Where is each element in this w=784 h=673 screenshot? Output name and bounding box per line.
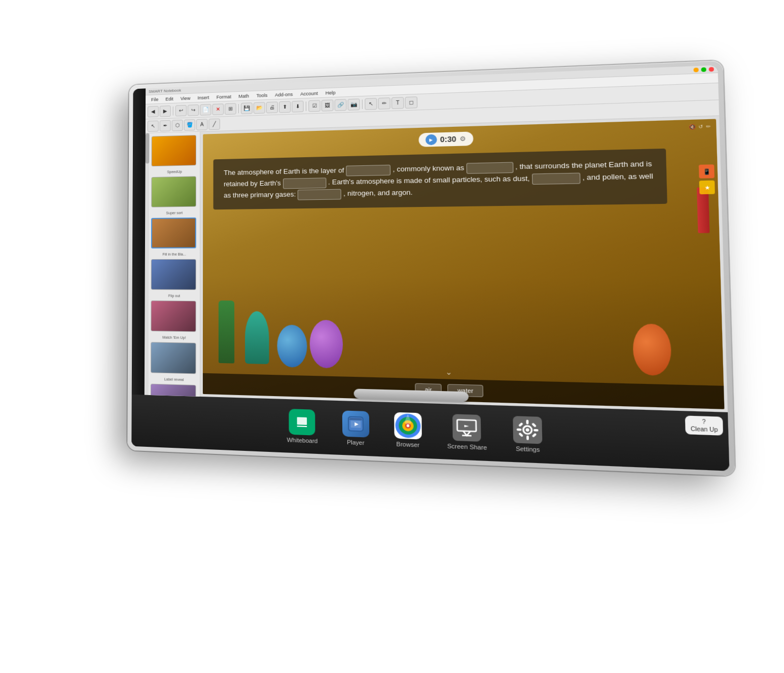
monitor-shell: SMART SMART Notebook File Edit [127,60,735,476]
notebook-app[interactable]: SMART Notebook File Edit View Insert For… [145,65,728,412]
image-button[interactable]: 🖼 [322,99,334,111]
scene: SMART SMART Notebook File Edit [88,58,696,616]
flask-blue [277,325,307,368]
checkbox-button[interactable]: ☑ [308,99,320,111]
link-button[interactable]: 🔗 [335,98,347,110]
blank-2[interactable] [466,161,513,173]
slide-thumbnail-fillinblank[interactable] [151,217,196,248]
refresh-icon[interactable]: ↺ [698,124,703,129]
slide-thumbnail-flipout[interactable] [151,259,196,290]
content-area: SpeedUp Super sort Fill in the Bla... Fl… [145,116,728,412]
maximize-button[interactable] [701,67,706,72]
settings-icon [513,416,542,444]
main-slide-view[interactable]: ▶ 0:30 ⚙ 🔇 ↺ ✏ [200,116,728,412]
timer-gear-icon[interactable]: ⚙ [459,135,466,143]
text2-button[interactable]: A [196,118,207,130]
mobile-icon[interactable]: 📱 [699,164,715,178]
delete-button[interactable]: ✕ [212,103,224,115]
menu-insert[interactable]: Insert [196,94,210,100]
close-button[interactable] [709,66,714,71]
browser-icon [394,412,422,439]
save-button[interactable]: 💾 [241,102,253,114]
slide-panel[interactable]: SpeedUp Super sort Fill in the Bla... Fl… [149,131,200,396]
menu-view[interactable]: View [179,95,192,101]
toolbar-separator-4 [362,99,363,109]
cleanup-button[interactable]: ? Clean Up [685,415,723,435]
screenshare-label: Screen Share [447,442,487,450]
star-icon[interactable]: ★ [699,180,715,194]
fill-button[interactable]: 🪣 [184,119,195,130]
menu-math[interactable]: Math [237,92,251,99]
text-line-2: , commonly known as [393,163,466,173]
undo-button[interactable]: ↩ [175,104,187,116]
menu-format[interactable]: Format [215,93,233,99]
shape-button[interactable]: ⬡ [172,119,183,131]
pen-icon[interactable]: ✏ [706,123,711,129]
grid-button[interactable]: ⊞ [225,102,236,114]
slide-label-flipout: Flip out [151,294,198,298]
back-button[interactable]: ◀ [148,105,159,117]
slide-thumbnail-supersort[interactable] [151,176,196,207]
blank-1[interactable] [346,164,391,176]
export-button[interactable]: ⬇ [292,100,303,112]
player-label: Player [347,439,365,446]
taskbar-settings[interactable]: Settings [506,411,550,457]
taskbar-whiteboard[interactable]: Whiteboard [280,404,325,449]
slide-label-labelreveal: Label reveal [151,377,198,382]
blank-4[interactable] [532,172,581,184]
slide-thumbnail-labelreveal[interactable] [151,342,196,374]
text-button[interactable]: T [391,96,404,109]
toolbar-separator-3 [306,101,306,110]
select-button[interactable]: ↖ [148,120,159,131]
svg-rect-1 [297,417,307,424]
slide-action-icons: 📱 ★ [699,164,715,194]
taskbar-player[interactable]: Player [335,406,376,451]
camera-button[interactable]: 📷 [347,98,360,110]
cursor-button[interactable]: ↖ [365,97,377,110]
new-button[interactable]: 📄 [200,103,211,115]
menu-help[interactable]: Help [324,89,337,95]
open-button[interactable]: 📂 [254,101,265,113]
lesson-slide[interactable]: ▶ 0:30 ⚙ 🔇 ↺ ✏ [203,119,725,409]
eraser-button[interactable]: ◻ [405,96,417,108]
taskbar-screenshare[interactable]: Screen Share [440,409,494,455]
redo-button[interactable]: ↪ [188,104,199,116]
print-button[interactable]: 🖨 [266,101,278,113]
pen-button[interactable]: ✏ [378,97,390,109]
bottle-left [219,300,234,363]
menu-file[interactable]: File [150,96,160,102]
settings-label: Settings [516,445,540,452]
mute-icon[interactable]: 🔇 [689,124,696,130]
slide-thumbnail-speedup[interactable] [151,135,196,166]
menu-addons[interactable]: Add-ons [273,91,295,98]
blank-3[interactable] [283,177,327,188]
scrollbar-thumb[interactable] [146,133,150,163]
line-button[interactable]: ╱ [208,118,220,130]
blank-5[interactable] [298,189,341,200]
minimize-button[interactable] [693,67,698,72]
forward-button[interactable]: ▶ [160,105,171,117]
flask-teal [245,311,269,364]
nav-arrow-down[interactable]: ⌄ [445,367,452,376]
text-line-4: . Earth's atmosphere is made of small pa… [328,174,532,186]
slide-label-speedup: SpeedUp [151,169,198,174]
svg-line-2 [297,426,307,427]
slide-volume-controls: 🔇 ↺ ✏ [689,123,711,129]
screenshare-icon [452,414,481,442]
import-button[interactable]: ⬆ [279,100,291,112]
taskbar-browser[interactable]: Browser [387,407,429,453]
svg-line-13 [462,435,472,436]
player-icon [342,410,369,437]
slide-thumbnail-matchem[interactable] [151,300,196,332]
menu-tools[interactable]: Tools [255,92,269,98]
timer-play-button[interactable]: ▶ [425,134,437,145]
timer-bar[interactable]: ▶ 0:30 ⚙ [418,131,473,147]
menu-edit[interactable]: Edit [164,95,175,102]
slide-label-matchem: Match 'Em Up! [151,335,197,340]
toolbar-separator-2 [238,103,239,113]
slide-thumbnail-rankorder[interactable] [151,383,196,396]
toolbar-separator-1 [173,106,173,115]
draw-button[interactable]: ✒ [160,120,171,131]
menu-account[interactable]: Account [299,90,319,97]
text-content-overlay: The atmosphere of Earth is the layer of … [213,148,667,209]
